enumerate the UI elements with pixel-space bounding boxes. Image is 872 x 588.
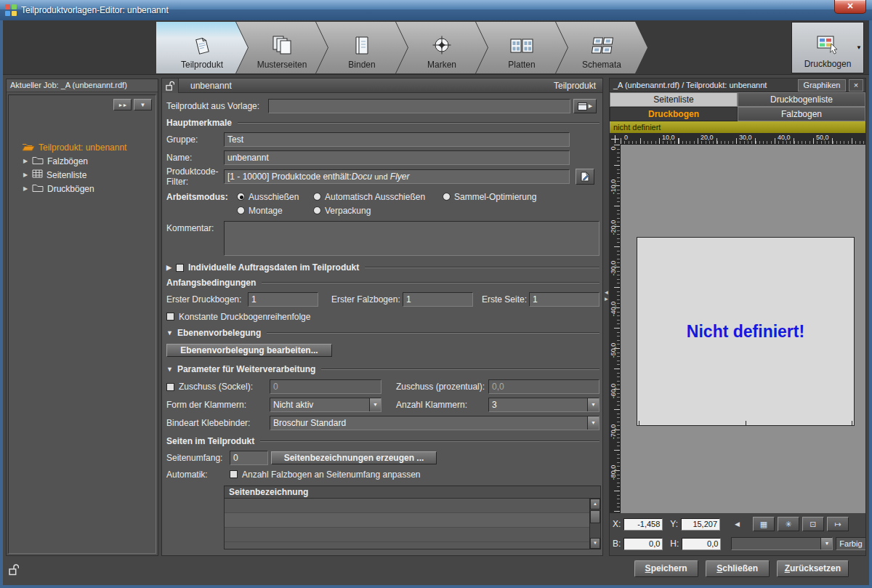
schliessen-button[interactable]: Schließen <box>706 560 770 577</box>
teilprodukt-editor-panel: unbenannt Teilprodukt Teilprodukt aus Vo… <box>161 78 603 556</box>
unit-dropdown[interactable]: ▼ <box>731 537 833 550</box>
nav-tab-teilprodukt[interactable]: Teilprodukt <box>156 22 248 73</box>
chevron-down-icon[interactable]: ▼ <box>587 416 599 430</box>
radio-automatisch-ausschiessen[interactable]: Automatisch Ausschießen <box>313 192 443 202</box>
zuschuss-sockel-input[interactable]: 0 <box>270 379 382 394</box>
vertical-ruler: 0 -10,0 -20,0 -30,0 -40,0 -50,0 -60,0 -7… <box>610 145 621 513</box>
tree-item-seitenliste[interactable]: ▶ Seitenliste <box>23 168 153 182</box>
table-scrollbar[interactable]: ▲ ▼ <box>589 499 600 549</box>
form-klammern-dropdown[interactable]: Nicht aktiv▼ <box>270 398 382 412</box>
expander-icon[interactable]: ▶ <box>23 158 28 164</box>
panel-splitter[interactable]: ◄ ► <box>604 289 609 302</box>
expanded-triangle-icon[interactable]: ▼ <box>166 366 173 373</box>
scroll-thumb[interactable] <box>590 510 600 523</box>
chevron-down-icon[interactable]: ▼ <box>820 538 832 549</box>
name-row: Name: unbenannt <box>166 150 600 165</box>
window-close-button[interactable]: × <box>834 0 866 14</box>
expander-icon[interactable]: ▶ <box>23 172 28 178</box>
nav-tab-binden[interactable]: Binden <box>316 22 408 73</box>
x-label: X: <box>613 519 621 529</box>
thumbnail-grid-button[interactable]: ▦ <box>753 517 775 531</box>
expanded-triangle-icon[interactable]: ▼ <box>166 329 173 337</box>
seitenumfang-input[interactable]: 0 <box>230 451 268 465</box>
fit-view-button[interactable]: ⊡ <box>802 517 824 531</box>
radio-verpackung[interactable]: Verpackung <box>313 206 371 216</box>
workflow-tabs: Teilprodukt Musterseiten Binden Marken <box>156 22 647 73</box>
chevron-down-icon[interactable]: ▼ <box>369 398 381 411</box>
nav-tab-marken[interactable]: Marken <box>396 22 488 73</box>
automatik-option-label: Anzahl Falzbogen an Seitenumfang anpasse… <box>242 470 421 480</box>
workspace-lock-icon[interactable] <box>9 563 19 578</box>
sheet-preview[interactable]: Nicht definiert! <box>637 237 855 426</box>
preview-panel: _A (unbenannt.rdf) / Teilprodukt: unbena… <box>609 78 866 556</box>
table-row[interactable] <box>225 513 589 528</box>
anzahl-klammern-dropdown[interactable]: 3▼ <box>488 398 600 412</box>
kommentar-textarea[interactable] <box>224 221 600 256</box>
tab-graphiken[interactable]: Graphiken <box>798 79 846 92</box>
nav-tab-musterseiten[interactable]: Musterseiten <box>236 22 328 73</box>
tab-druckbogenliste[interactable]: Druckbogenliste <box>738 92 865 107</box>
nav-down-button[interactable]: ▼ <box>134 99 152 110</box>
preview-canvas[interactable]: Nicht definiert! <box>621 145 865 513</box>
nav-forward-button[interactable]: ►► <box>113 99 132 110</box>
erste-seite-input[interactable]: 1 <box>529 292 600 307</box>
bindeart-dropdown[interactable]: Broschur Standard▼ <box>270 416 600 430</box>
erster-falzbogen-input[interactable]: 1 <box>403 292 473 307</box>
collapsed-triangle-icon[interactable]: ▶ <box>166 264 171 271</box>
nav-tab-schemata[interactable]: Schemata <box>556 22 647 73</box>
tab-falzbogen[interactable]: Falzbogen <box>738 107 865 121</box>
chevron-down-icon[interactable]: ▼ <box>856 44 862 51</box>
nav-tab-druckbogen[interactable]: Druckbogen ▼ <box>791 22 864 73</box>
x-input[interactable]: -1,458 <box>623 518 663 531</box>
erster-druckbogen-input[interactable]: 1 <box>248 292 318 307</box>
tree-item-teilprodukt[interactable]: Teilprodukt: unbenannt <box>12 140 153 154</box>
section-rule <box>262 282 600 283</box>
vorlage-browse-button[interactable]: ▶ <box>573 99 597 113</box>
automatik-row: Automatik: Anzahl Falzbogen an Seitenumf… <box>166 469 600 480</box>
radio-ausschiessen[interactable]: Ausschießen <box>237 192 313 202</box>
speichern-button[interactable]: Speichern <box>634 560 698 577</box>
scroll-down-button[interactable]: ▼ <box>590 538 600 549</box>
teilprodukt-icon <box>191 34 213 57</box>
not-defined-message: Nicht definiert! <box>687 322 804 342</box>
lock-button[interactable] <box>162 78 179 93</box>
width-input[interactable]: 0,0 <box>623 538 663 550</box>
radio-montage[interactable]: Montage <box>237 206 313 216</box>
farbig-dropdown[interactable]: Farbig <box>836 537 866 550</box>
zuschuss-prozentual-input[interactable]: 0,0 <box>488 379 600 394</box>
y-input[interactable]: 15,207 <box>681 518 720 531</box>
collapse-tools-icon[interactable]: ◀ <box>735 520 740 528</box>
section-title: Hauptmerkmale <box>166 118 232 128</box>
ebenen-bearbeiten-button[interactable]: Ebenenvorbelegung bearbeiten... <box>166 344 332 357</box>
gruppe-input[interactable]: Test <box>224 132 570 147</box>
scroll-up-button[interactable]: ▲ <box>590 499 600 510</box>
zuruecksetzen-button[interactable]: Zurücksetzen <box>777 560 849 577</box>
name-input[interactable]: unbenannt <box>224 150 570 165</box>
tree-item-druckboegen[interactable]: ▶ Druckbögen <box>23 182 153 196</box>
preview-close-button[interactable]: × <box>849 79 863 92</box>
automatik-checkbox[interactable] <box>230 470 238 478</box>
pan-view-button[interactable]: ↦ <box>827 517 849 531</box>
chevron-down-icon[interactable]: ▼ <box>587 398 599 411</box>
radio-sammel-optimierung[interactable]: Sammel-Optimierung <box>443 192 536 202</box>
table-row[interactable] <box>225 528 589 542</box>
marks-button[interactable]: ✳ <box>778 517 799 531</box>
section-weiterverarbeitung: ▼ Parameter für Weiterverarbeitung <box>166 364 600 374</box>
vorlage-row: Teilprodukt aus Vorlage: ▶ <box>166 99 600 113</box>
seitenbezeichnungen-erzeugen-button[interactable]: Seitenbezeichnungen erzeugen ... <box>271 451 437 464</box>
height-input[interactable]: 0,0 <box>682 538 721 550</box>
zuschuss-checkbox[interactable] <box>166 383 174 391</box>
individuelle-checkbox[interactable] <box>176 264 184 272</box>
konstante-checkbox[interactable] <box>166 313 174 321</box>
produktcode-edit-button[interactable] <box>576 169 594 185</box>
tab-druckbogen[interactable]: Druckbogen <box>610 107 738 121</box>
produktcode-term: Docu <box>352 172 372 182</box>
table-row[interactable] <box>225 499 589 513</box>
produktcode-input[interactable]: [1 - 10000] Produktcode enthält:Docu und… <box>224 169 570 184</box>
expander-icon[interactable]: ▶ <box>23 185 28 192</box>
produktcode-term: Flyer <box>390 172 410 182</box>
vorlage-input[interactable] <box>268 99 570 113</box>
tree-item-falzboegen[interactable]: ▶ Falzbögen <box>23 154 153 168</box>
nav-tab-platten[interactable]: Platten <box>476 22 568 73</box>
tab-seitenliste[interactable]: Seitenliste <box>610 92 738 107</box>
